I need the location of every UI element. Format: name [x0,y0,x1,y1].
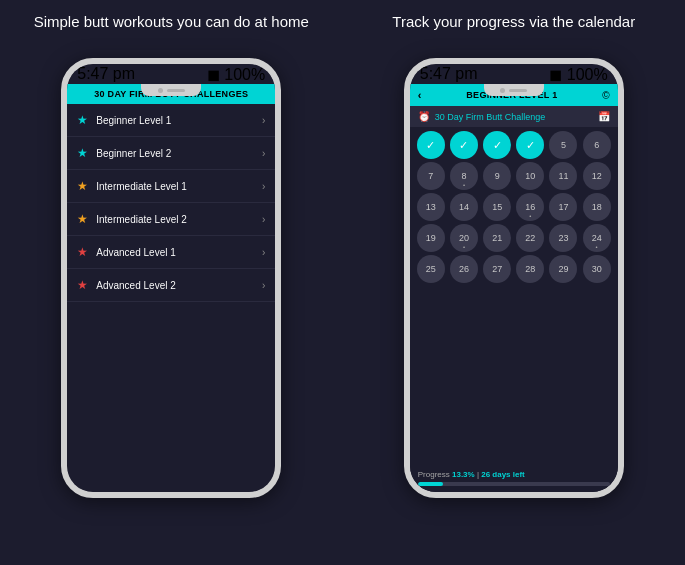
menu-item-label: Advanced Level 1 [96,247,262,258]
calendar-day[interactable]: 23 [549,224,577,252]
calendar-day[interactable]: 27 [483,255,511,283]
right-panel-title: Track your progress via the calendar [392,12,635,48]
calendar-day[interactable]: 6 [583,131,611,159]
phone-notch [141,84,201,96]
right-phone-camera [500,88,505,93]
status-time: 5:47 pm [77,65,135,83]
calendar-day[interactable]: 11 [549,162,577,190]
challenge-bar: ⏰ 30 Day Firm Butt Challenge 📅 [410,106,618,127]
menu-item[interactable]: ★ Intermediate Level 2 › [67,203,275,236]
left-phone: 5:47 pm ◼ 100% 30 DAY FIRM BUTT CHALLENG… [61,58,281,498]
progress-fill [418,482,444,486]
right-phone-status-bar: 5:47 pm ◼ 100% [410,64,618,84]
left-panel: Simple butt workouts you can do at home … [0,0,343,565]
star-icon: ★ [77,212,88,226]
calendar-day[interactable]: 17 [549,193,577,221]
chevron-right-icon: › [262,181,265,192]
calendar-day[interactable]: 5 [549,131,577,159]
calendar-grid: ✓✓✓✓5678•910111213141516•17181920•212223… [410,127,618,465]
progress-percent: 13.3% [452,470,475,479]
chevron-right-icon: › [262,280,265,291]
calendar-day[interactable]: 25 [417,255,445,283]
calendar-day[interactable]: 16• [516,193,544,221]
calendar-day[interactable]: 20• [450,224,478,252]
phone-status-bar: 5:47 pm ◼ 100% [67,64,275,84]
calendar-day[interactable]: 8• [450,162,478,190]
calendar-day[interactable]: 18 [583,193,611,221]
menu-item[interactable]: ★ Intermediate Level 1 › [67,170,275,203]
challenge-label: 30 Day Firm Butt Challenge [435,112,593,122]
calendar-day[interactable]: 22 [516,224,544,252]
menu-item[interactable]: ★ Beginner Level 2 › [67,137,275,170]
right-phone: 5:47 pm ◼ 100% ‹ BEGINNER LEVEL 1 © ⏰ 30… [404,58,624,498]
calendar-day[interactable]: 21 [483,224,511,252]
progress-track [418,482,610,486]
phone-camera [158,88,163,93]
status-right: ◼ 100% [207,65,265,84]
calendar-day[interactable]: 9 [483,162,511,190]
phone-speaker [167,89,185,92]
right-phone-screen: ‹ BEGINNER LEVEL 1 © ⏰ 30 Day Firm Butt … [410,84,618,492]
menu-item[interactable]: ★ Advanced Level 2 › [67,269,275,302]
calendar-day[interactable]: 19 [417,224,445,252]
menu-item[interactable]: ★ Advanced Level 1 › [67,236,275,269]
chevron-right-icon: › [262,247,265,258]
calendar-day[interactable]: 14 [450,193,478,221]
calendar-day[interactable]: 10 [516,162,544,190]
progress-days-left: 26 days left [481,470,525,479]
progress-area: Progress 13.3% | 26 days left [410,465,618,492]
menu-item-label: Intermediate Level 1 [96,181,262,192]
menu-item-label: Intermediate Level 2 [96,214,262,225]
star-icon: ★ [77,146,88,160]
menu-item-label: Advanced Level 2 [96,280,262,291]
right-status-time: 5:47 pm [420,65,478,83]
calendar-day[interactable]: ✓ [516,131,544,159]
calendar-day[interactable]: 30 [583,255,611,283]
calendar-day[interactable]: 7 [417,162,445,190]
calendar-day[interactable]: 13 [417,193,445,221]
menu-item-label: Beginner Level 1 [96,115,262,126]
star-icon: ★ [77,179,88,193]
star-icon: ★ [77,278,88,292]
left-panel-title: Simple butt workouts you can do at home [34,12,309,48]
calendar-day[interactable]: 24• [583,224,611,252]
copy-icon[interactable]: © [602,90,609,101]
calendar-day[interactable]: 26 [450,255,478,283]
chevron-right-icon: › [262,115,265,126]
calendar-day[interactable]: 29 [549,255,577,283]
menu-item[interactable]: ★ Beginner Level 1 › [67,104,275,137]
calendar-day[interactable]: 12 [583,162,611,190]
progress-text: Progress 13.3% | 26 days left [418,470,610,479]
menu-item-label: Beginner Level 2 [96,148,262,159]
chevron-right-icon: › [262,148,265,159]
right-phone-notch [484,84,544,96]
star-icon: ★ [77,113,88,127]
calendar-day[interactable]: 15 [483,193,511,221]
right-phone-speaker [509,89,527,92]
calendar-day[interactable]: ✓ [483,131,511,159]
back-button[interactable]: ‹ [418,89,422,101]
calendar-day[interactable]: ✓ [417,131,445,159]
calendar-day[interactable]: 28 [516,255,544,283]
phone-screen: 30 DAY FIRM BUTT CHALLENGES ★ Beginner L… [67,84,275,492]
right-status-right: ◼ 100% [549,65,607,84]
star-icon: ★ [77,245,88,259]
calendar-icon[interactable]: 📅 [598,111,610,122]
alarm-icon: ⏰ [418,111,430,122]
right-panel: Track your progress via the calendar 5:4… [343,0,686,565]
menu-list: ★ Beginner Level 1 › ★ Beginner Level 2 … [67,104,275,492]
calendar-day[interactable]: ✓ [450,131,478,159]
chevron-right-icon: › [262,214,265,225]
